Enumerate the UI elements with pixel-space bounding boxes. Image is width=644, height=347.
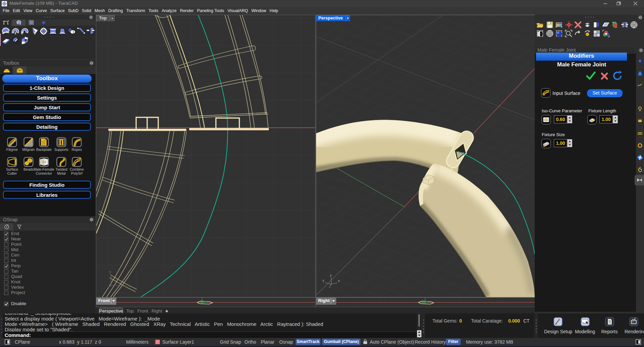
svg-text:1: 1 <box>14 31 16 35</box>
svg-text:2: 2 <box>21 31 23 35</box>
